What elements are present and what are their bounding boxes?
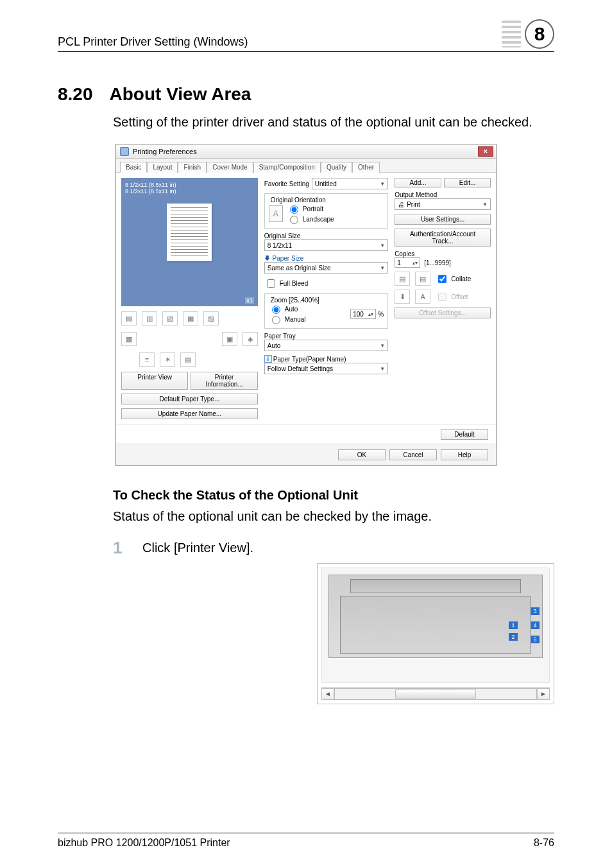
chevron-down-icon: ▼	[380, 343, 385, 349]
dialog-title: Printing Preferences	[133, 148, 197, 155]
paper-size-select[interactable]: Same as Original Size▼	[264, 262, 388, 273]
offset-icon-b: A	[415, 290, 430, 304]
zoom-auto-label: Auto	[285, 306, 298, 313]
duplex-icon[interactable]: ▧	[162, 311, 178, 326]
favorite-add-button[interactable]: Add...	[395, 178, 441, 187]
preview-pane: 8 1/2x11 (8.5x11 in) 8 1/2x11 (8.5x11 in…	[121, 178, 258, 306]
preview-sheet	[167, 204, 212, 261]
collate-checkbox[interactable]	[438, 275, 446, 283]
punch-icon[interactable]: ▩	[121, 332, 137, 346]
scale-icon[interactable]: ▣	[222, 332, 237, 346]
collate-icon-a: ▤	[395, 272, 410, 286]
output-tray-icon[interactable]: ▤	[121, 311, 137, 326]
default-paper-type-button[interactable]: Default Paper Type...	[121, 394, 258, 404]
subsection-text: Status of the optional unit can be check…	[113, 509, 554, 524]
paper-tray-label: Paper Tray	[264, 333, 388, 340]
printer-view-button[interactable]: Printer View	[121, 372, 188, 390]
tabstrip: Basic Layout Finish Cover Mode Stamp/Com…	[116, 159, 496, 173]
zoom-suffix: %	[378, 311, 384, 318]
footer-right: 8-76	[534, 837, 554, 849]
zoom-manual-radio[interactable]	[272, 316, 280, 324]
default-button[interactable]: Default	[441, 429, 488, 440]
preview-copies-count: x1	[245, 297, 254, 304]
chapter-badge: 8	[502, 19, 554, 49]
help-button[interactable]: Help	[441, 449, 488, 460]
offset-settings-button: Offset Settings...	[395, 308, 491, 318]
ok-button[interactable]: OK	[338, 449, 386, 460]
tab-layout[interactable]: Layout	[147, 162, 178, 173]
subsection-heading: To Check the Status of the Optional Unit	[113, 488, 554, 503]
tray-tag-2: 2	[509, 633, 518, 641]
portrait-radio[interactable]	[290, 205, 298, 214]
zoom-auto-radio[interactable]	[272, 306, 280, 314]
chevron-down-icon: ▼	[380, 265, 385, 271]
info-icon: i	[264, 355, 272, 363]
full-bleed-label: Full Bleed	[280, 280, 308, 287]
horizontal-scrollbar[interactable]: ◄ ►	[321, 687, 550, 700]
update-paper-name-button[interactable]: Update Paper Name...	[121, 408, 258, 419]
tab-finish[interactable]: Finish	[178, 162, 207, 173]
tray-tag-4: 4	[531, 621, 540, 629]
original-size-label: Original Size	[264, 232, 388, 239]
original-orientation-group: Original Orientation A Portrait Landscap…	[264, 193, 388, 229]
offset-icon-a: ⬇	[395, 290, 410, 304]
favorite-setting-select[interactable]: Untitled▼	[312, 178, 388, 189]
tab-quality[interactable]: Quality	[321, 162, 352, 173]
scroll-track[interactable]	[334, 688, 537, 700]
cancel-button[interactable]: Cancel	[389, 449, 437, 460]
section-title: About View Area	[110, 84, 251, 105]
fold-icon[interactable]: ≡	[139, 352, 155, 367]
printer-icon	[120, 147, 129, 156]
output-method-select[interactable]: 🖨Print ▼	[395, 198, 491, 210]
tray-tag-1: 1	[509, 621, 518, 629]
favorite-edit-button[interactable]: Edit...	[444, 178, 491, 187]
settings-icon[interactable]: ▤	[180, 352, 196, 367]
paper-icon[interactable]: ▥	[142, 311, 157, 326]
step-number: 1	[113, 538, 127, 558]
collate-label: Collate	[451, 275, 471, 282]
zoom-value-input[interactable]: 100▴▾	[350, 309, 376, 319]
chevron-down-icon: ▼	[380, 243, 385, 248]
printer-view-panel: 1 2 3 4 5 ◄ ►	[317, 563, 554, 704]
user-settings-button[interactable]: User Settings...	[395, 214, 491, 225]
watermark-icon[interactable]: ◈	[242, 332, 258, 346]
paper-size-label: 🡇 Paper Size	[264, 255, 388, 262]
full-bleed-checkbox[interactable]	[267, 279, 275, 288]
landscape-label: Landscape	[303, 216, 334, 223]
step-text: Click [Printer View].	[142, 538, 253, 555]
original-size-select[interactable]: 8 1/2x11▼	[264, 239, 388, 251]
printer-small-icon: 🖨	[398, 201, 404, 208]
zoom-group: Zoom [25..400%] Auto Manual 100▴▾ %	[264, 293, 388, 329]
offset-checkbox[interactable]	[438, 293, 446, 301]
printer-information-button[interactable]: Printer Information...	[191, 372, 257, 390]
tab-other[interactable]: Other	[352, 162, 380, 173]
tab-cover-mode[interactable]: Cover Mode	[207, 162, 253, 173]
chapter-number: 8	[525, 19, 554, 49]
preview-original-size: 8 1/2x11 (8.5x11 in)	[125, 182, 254, 188]
footer-left: bizhub PRO 1200/1200P/1051 Printer	[58, 837, 230, 849]
paper-type-select[interactable]: Follow Default Settings▼	[264, 363, 388, 374]
copies-input[interactable]: 1▴▾	[395, 257, 420, 268]
copies-range: [1...9999]	[424, 259, 451, 266]
paper-tray-select[interactable]: Auto▼	[264, 340, 388, 351]
printer-illustration: 1 2 3 4 5	[328, 575, 543, 658]
booklet-icon[interactable]: ▦	[183, 311, 198, 326]
staple-icon[interactable]: ▨	[203, 311, 219, 326]
auth-account-track-button[interactable]: Authentication/Account Track...	[395, 229, 491, 247]
tab-stamp-composition[interactable]: Stamp/Composition	[253, 162, 321, 173]
tab-basic[interactable]: Basic	[120, 162, 147, 173]
dialog-titlebar[interactable]: Printing Preferences ✕	[116, 144, 496, 159]
printing-preferences-dialog: Printing Preferences ✕ Basic Layout Fini…	[115, 144, 497, 466]
scroll-left-icon[interactable]: ◄	[321, 688, 334, 700]
offset-label: Offset	[451, 293, 468, 300]
tray-tag-3: 3	[531, 607, 540, 615]
scroll-thumb[interactable]	[395, 690, 476, 699]
scroll-right-icon[interactable]: ►	[537, 688, 550, 700]
close-icon[interactable]: ✕	[478, 146, 493, 157]
icon-row-2: ▩ ▣ ◈	[121, 331, 258, 347]
output-method-label: Output Method	[395, 191, 491, 198]
section-number: 8.20	[58, 84, 93, 105]
breadcrumb: PCL Printer Driver Setting (Windows)	[58, 35, 248, 49]
landscape-radio[interactable]	[290, 216, 298, 224]
quality-icon[interactable]: ✶	[160, 352, 175, 367]
